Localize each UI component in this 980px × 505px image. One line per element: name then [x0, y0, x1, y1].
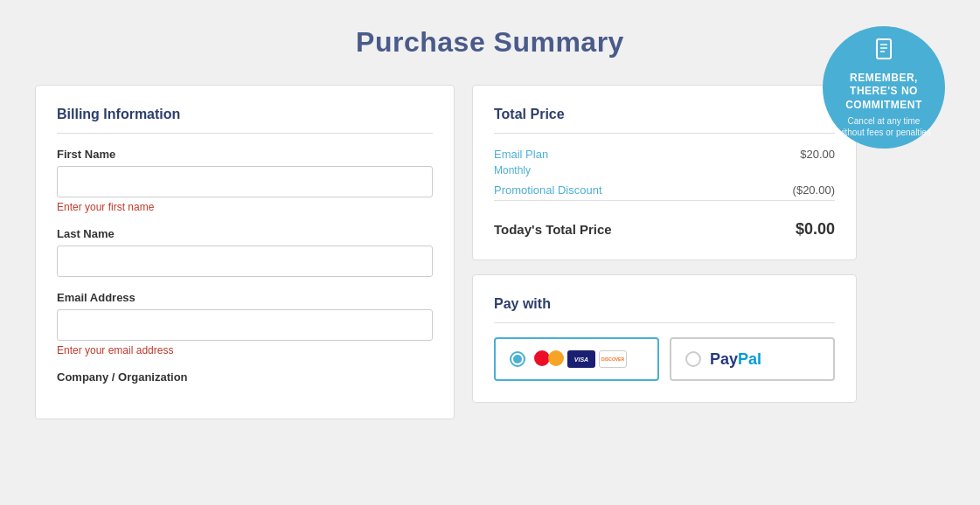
paypal-logo: PayPal: [710, 350, 761, 369]
first-name-label: First Name: [57, 148, 433, 161]
pay-with-card: Pay with VISA: [472, 274, 857, 403]
total-row: Today's Total Price $0.00: [494, 213, 835, 239]
monthly-label: Monthly: [494, 164, 835, 176]
badge-icon: [872, 37, 896, 66]
card-radio[interactable]: [510, 351, 525, 367]
billing-column: Billing Information First Name Enter you…: [35, 85, 455, 433]
email-plan-value: $20.00: [800, 148, 835, 161]
total-value: $0.00: [796, 220, 835, 239]
billing-title: Billing Information: [57, 107, 433, 134]
payment-options: VISA DISCOVER PayPal: [494, 337, 835, 381]
pay-with-title: Pay with: [494, 296, 835, 323]
price-divider: [494, 200, 835, 201]
last-name-input[interactable]: [57, 246, 433, 277]
svg-rect-0: [877, 39, 891, 59]
company-label: Company / Organization: [57, 370, 433, 384]
price-card: Total Price Email Plan $20.00 Monthly Pr…: [472, 85, 857, 260]
promo-row: Promotional Discount ($20.00): [494, 183, 835, 197]
email-group: Email Address Enter your email address: [57, 291, 433, 356]
first-name-group: First Name Enter your first name: [57, 148, 433, 213]
last-name-label: Last Name: [57, 227, 433, 240]
email-plan-row: Email Plan $20.00: [494, 148, 835, 161]
email-error: Enter your email address: [57, 344, 433, 356]
paypal-option[interactable]: PayPal: [670, 337, 835, 381]
card-option[interactable]: VISA DISCOVER: [494, 337, 659, 381]
visa-icon: VISA: [567, 350, 595, 368]
page-title: Purchase Summary: [35, 26, 945, 59]
first-name-input[interactable]: [57, 166, 433, 197]
card-icons: VISA DISCOVER: [534, 349, 627, 369]
email-input[interactable]: [57, 309, 433, 341]
company-group: Company / Organization: [57, 370, 433, 384]
billing-card: Billing Information First Name Enter you…: [35, 85, 455, 419]
discover-icon: DISCOVER: [599, 350, 627, 368]
price-title: Total Price: [494, 107, 835, 134]
promo-label: Promotional Discount: [494, 183, 602, 197]
mastercard-icon: [534, 349, 564, 369]
right-column: Total Price Email Plan $20.00 Monthly Pr…: [472, 85, 857, 433]
badge-sub-text: Cancel at any time without fees or penal…: [836, 115, 932, 138]
paypal-radio[interactable]: [685, 351, 701, 367]
total-label: Today's Total Price: [494, 222, 612, 237]
email-label: Email Address: [57, 291, 433, 304]
page-wrapper: Purchase Summary REMEMBER, THERE'S NO CO…: [0, 0, 980, 460]
email-plan-label: Email Plan: [494, 148, 548, 161]
promo-value: ($20.00): [793, 183, 835, 197]
last-name-group: Last Name: [57, 227, 433, 277]
badge-main-text: REMEMBER, THERE'S NO COMMITMENT: [836, 72, 932, 113]
commitment-badge: REMEMBER, THERE'S NO COMMITMENT Cancel a…: [823, 26, 945, 149]
main-columns: Billing Information First Name Enter you…: [35, 85, 945, 433]
first-name-error: Enter your first name: [57, 201, 433, 213]
